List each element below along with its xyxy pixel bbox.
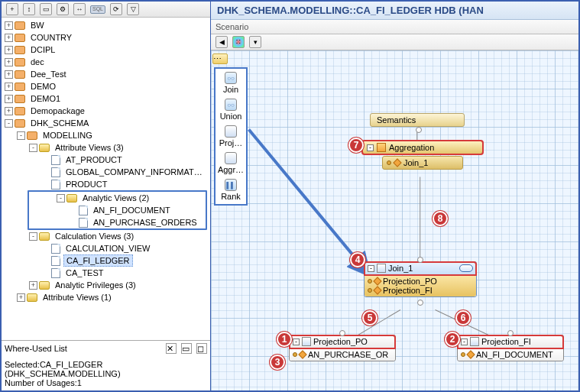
expand-icon[interactable]: + (5, 107, 13, 115)
view-icon (51, 180, 60, 190)
tree-item-label: Attribute Views (3) (53, 142, 126, 153)
tree-item-label: Demopackage (28, 105, 87, 116)
palette-item-aggr[interactable]: Aggr… (218, 152, 244, 174)
minimize-icon[interactable]: ▭ (181, 343, 192, 354)
input-icon (393, 158, 401, 167)
tree-item-label: GLOBAL_COMPANY_INFORMAT… (63, 167, 205, 177)
tree-item[interactable]: CA_TEST (2, 267, 210, 279)
semantics-node[interactable]: Semantics (370, 113, 465, 127)
tree-item[interactable]: GLOBAL_COMPANY_INFORMAT… (2, 166, 210, 178)
expand-icon[interactable]: + (5, 83, 13, 91)
tree-item[interactable]: -Analytic Views (2) (29, 192, 206, 204)
palette-label: Rank (221, 192, 241, 201)
expand-icon[interactable]: + (29, 281, 37, 290)
expand-icon[interactable]: + (5, 70, 13, 79)
palette-handle[interactable]: ⋯ (212, 53, 228, 64)
tree-item-label: Analytic Privileges (3) (53, 280, 138, 290)
tree-item[interactable]: AN_PURCHASE_ORDERS (29, 216, 206, 228)
port[interactable] (507, 330, 514, 336)
tree-item[interactable]: PRODUCT (2, 178, 210, 190)
close-icon[interactable]: ✕ (166, 343, 177, 354)
collapse-icon[interactable]: - (368, 265, 374, 272)
port[interactable] (417, 257, 423, 263)
tree-item[interactable]: CALCULATION_VIEW (2, 242, 210, 254)
tree-item[interactable]: -DHK_SCHEMA (2, 117, 210, 129)
expand-icon[interactable]: + (5, 34, 13, 42)
tree-item[interactable]: +DCIPL (2, 44, 210, 56)
expand-icon[interactable]: + (5, 21, 13, 30)
expand-icon[interactable]: + (5, 95, 13, 103)
folder-icon (39, 144, 50, 152)
annotation-badge: 7 (348, 138, 364, 153)
aggregation-icon (377, 143, 386, 152)
collapse-icon[interactable]: - (17, 131, 25, 140)
folder-icon (39, 232, 50, 241)
maximize-icon[interactable]: ◻ (196, 343, 207, 354)
collapse-icon[interactable]: - (29, 232, 37, 241)
palette-icon[interactable]: ∷ (232, 36, 245, 48)
annotation-badge: 2 (445, 332, 460, 347)
tree-item[interactable]: CA_FI_LEDGER (2, 254, 210, 267)
refresh-icon[interactable]: ⟳ (110, 3, 122, 15)
tree-item[interactable]: +Analytic Privileges (3) (2, 279, 210, 291)
filter-icon[interactable]: ▽ (127, 3, 139, 15)
expand-icon[interactable]: + (17, 293, 25, 302)
tree-item[interactable]: AN_FI_DOCUMENT (29, 204, 206, 216)
scenario-canvas[interactable]: ⋯ JoinUnionProj…Aggr…Rank Semantics (211, 50, 578, 390)
expand-icon[interactable]: + (5, 46, 13, 54)
expand-icon[interactable]: + (5, 58, 13, 66)
folder-icon (39, 281, 50, 290)
port[interactable] (417, 300, 423, 306)
palette-item-proj[interactable]: Proj… (219, 125, 243, 147)
collapse-icon[interactable]: - (461, 339, 468, 345)
tree-item[interactable]: +DEMO1 (2, 92, 210, 105)
tree-item[interactable]: +COUNTRY (2, 31, 210, 44)
menu-dropdown-icon[interactable]: ▾ (249, 36, 261, 48)
tree-item-label: Dee_Test (28, 69, 68, 79)
view-icon[interactable]: ▭ (40, 3, 52, 15)
projection-fi-node[interactable]: - Projection_FI AN_FI_DOCUMENT (457, 335, 564, 361)
tree-item[interactable]: -Calculation Views (3) (2, 230, 210, 242)
navigator-tree[interactable]: +BW+COUNTRY+DCIPL+dec+Dee_Test+DEMO+DEMO… (2, 18, 210, 340)
analytic-views-highlight: -Analytic Views (2)AN_FI_DOCUMENTAN_PURC… (28, 190, 207, 230)
collapse-icon[interactable]: - (367, 144, 374, 151)
tree-item-label: dec (28, 57, 47, 67)
where-used-selected: Selected:CA_FI_LEDGER (DHK_SCHEMA.MODELL… (5, 360, 207, 378)
tree-item[interactable]: +Attribute Views (1) (2, 291, 210, 303)
palette-item-union[interactable]: Union (220, 99, 242, 121)
aggregation-node[interactable]: - Aggregation Join_1 (362, 141, 483, 170)
port[interactable] (339, 330, 345, 336)
tools-icon[interactable]: ⚙ (57, 3, 69, 15)
collapse-icon[interactable]: - (293, 339, 300, 345)
tree-item-label: COUNTRY (28, 32, 74, 43)
palette-label: Union (220, 112, 242, 121)
link-icon[interactable]: ↔ (73, 3, 86, 15)
tree-item[interactable]: +BW (2, 19, 210, 31)
join-node[interactable]: - Join_1 Projection_PO Projection_FI (364, 261, 477, 297)
tree-item[interactable]: AT_PRODUCT (2, 154, 210, 166)
palette-item-join[interactable]: Join (223, 72, 238, 94)
annotation-badge: 1 (277, 332, 292, 347)
collapse-icon[interactable]: - (5, 119, 13, 128)
annotation-badge: 8 (433, 211, 448, 226)
tree-item[interactable]: +dec (2, 56, 210, 68)
tree-item[interactable]: -Attribute Views (3) (2, 141, 210, 154)
tree-item[interactable]: +Dee_Test (2, 68, 210, 80)
collapse-icon[interactable]: - (29, 144, 37, 152)
sql-button[interactable]: SQL (90, 5, 105, 14)
collapse-icon[interactable]: ↕ (23, 3, 35, 15)
aggr-icon (225, 152, 237, 164)
tree-connector (69, 219, 77, 227)
package-icon (15, 58, 25, 66)
back-icon[interactable]: ◀ (215, 36, 228, 48)
port[interactable] (416, 127, 422, 133)
tree-item[interactable]: +Demopackage (2, 105, 210, 117)
tree-connector (41, 180, 50, 189)
tree-item[interactable]: +DEMO (2, 80, 210, 92)
projection-po-node[interactable]: - Projection_PO AN_PURCHASE_OR (289, 335, 396, 361)
collapse-icon[interactable]: - (57, 194, 65, 202)
tree-item-label: DCIPL (28, 44, 57, 55)
new-icon[interactable]: + (6, 3, 18, 15)
tree-item[interactable]: -MODELLING (2, 129, 210, 141)
palette-item-rank[interactable]: Rank (221, 179, 241, 201)
